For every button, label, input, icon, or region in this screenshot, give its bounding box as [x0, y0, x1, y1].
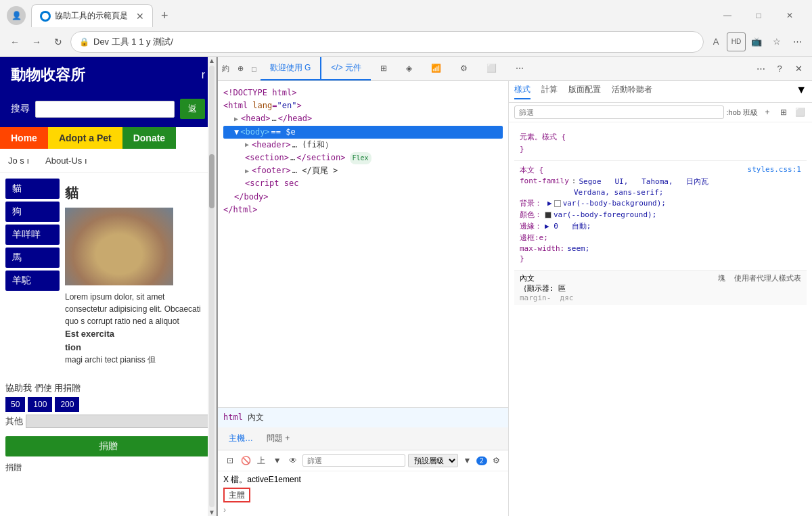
scroll-up-arrow[interactable]: ▲ — [208, 57, 215, 64]
devtools-help-button[interactable]: ? — [771, 58, 788, 80]
address-text: Dev 工具 1 1 y 測試/ — [93, 36, 695, 48]
active-element-text: X 檔。activeE1ement — [223, 474, 301, 486]
tab-performance[interactable]: ◈ — [397, 58, 422, 80]
devtools-overflow-button[interactable]: ⋯ — [752, 58, 769, 80]
html-line-body[interactable]: ▼ <body> == $e — [223, 126, 503, 139]
user-avatar[interactable]: 👤 — [7, 6, 26, 25]
new-tab-button[interactable]: + — [156, 6, 174, 26]
issues-tab[interactable]: 問題 + — [261, 430, 295, 447]
tab-welcome[interactable]: 歡迎使用 G — [261, 57, 321, 80]
jos-nav-button[interactable]: Jo s ı — [0, 151, 37, 170]
inspector-button[interactable]: ⊞ — [777, 105, 790, 119]
element-styles-section: 元素。樣式 { } — [514, 128, 807, 161]
reader-view-button[interactable]: A — [706, 32, 725, 51]
tab-favicon — [40, 11, 51, 22]
devtools-styles-area: 樣式 計算 版面配置 活動聆聽者 ▼ :hob 班級 + ⊞ ⬜ — [509, 81, 812, 516]
more-button[interactable]: ⋯ — [788, 32, 807, 51]
tab-settings-gear[interactable]: ⚙ — [451, 58, 477, 80]
website-panel: ▲ ▼ 動物收容所 r 搜尋 返 Home Adopt a Pet Donate… — [0, 57, 217, 516]
donate-50-button[interactable]: 50 — [5, 397, 25, 412]
alpaca-button[interactable]: 羊駝 — [5, 271, 60, 291]
console-filter-bar: ⊡ 🚫 上 ▼ 👁 預設層級 ▼ 2 ⚙ — [218, 450, 508, 471]
styles-panel: 元素。樣式 { } styles.css:1 本文 { font-family … — [509, 122, 812, 516]
active-element-highlight[interactable]: 主體 — [223, 488, 250, 502]
body-selector: 本文 { — [520, 166, 543, 174]
pseudo-class-button[interactable]: :hob 班級 — [727, 108, 758, 118]
maximize-button[interactable]: □ — [743, 4, 774, 27]
toggle-button[interactable]: ⬜ — [793, 105, 807, 119]
navigation-bar: ← → ↻ 🔒 Dev 工具 1 1 y 測試/ A HD 📺 ☆ ⋯ — [0, 27, 812, 57]
horse-button[interactable]: 馬 — [5, 248, 60, 268]
lock-icon: 🔒 — [79, 37, 89, 47]
sheep-button[interactable]: 羊咩咩 — [5, 225, 60, 245]
home-nav-button[interactable]: Home — [0, 127, 48, 149]
devtools-copy-btn[interactable]: ⊕ — [233, 64, 248, 73]
body-close: } — [520, 254, 801, 263]
add-style-button[interactable]: + — [761, 105, 774, 119]
scroll-bar[interactable]: ▲ ▼ — [208, 57, 216, 516]
minimize-button[interactable]: — — [712, 4, 743, 27]
donate-nav-button[interactable]: Donate — [122, 127, 176, 149]
log-level-select[interactable]: 預設層級 — [408, 454, 458, 467]
scroll-down-arrow[interactable]: ▼ — [208, 509, 215, 516]
cast-button[interactable]: 📺 — [747, 32, 766, 51]
active-tab[interactable]: 協助工具的示範頁是 ✕ — [31, 4, 153, 27]
html-line-doctype: <!DOCTYPE html> — [223, 87, 503, 99]
console-block-btn[interactable]: ⊡ — [223, 453, 236, 468]
tab-event-listeners[interactable]: 活動聆聽者 — [612, 84, 652, 99]
ua-styles-section: 內文 塊 使用者代理人樣式表 ｛顯示器: 區 margin- дяс — [514, 271, 807, 305]
tab-elements[interactable]: </> 元件 — [320, 57, 371, 80]
tab-styles[interactable]: 樣式 — [514, 84, 531, 99]
search-button[interactable]: 返 — [180, 99, 205, 119]
tab-layout[interactable]: 版面配置 — [568, 84, 601, 99]
nav-actions: A HD 📺 ☆ ⋯ — [706, 32, 807, 51]
styles-source-link[interactable]: styles.css:1 — [748, 165, 801, 174]
console-down-btn[interactable]: ▼ — [271, 453, 284, 468]
tab-window[interactable]: ⬜ — [477, 58, 506, 80]
animal-list: 貓 狗 羊咩咩 馬 羊駝 — [5, 179, 60, 371]
devtools-dock-btn[interactable]: □ — [248, 65, 261, 73]
tab-computed[interactable]: 計算 — [541, 84, 558, 99]
scroll-handle[interactable] — [209, 154, 215, 208]
hd-button[interactable]: HD — [727, 32, 746, 51]
console-level-down[interactable]: ▼ — [461, 453, 474, 468]
tab-network[interactable]: ⊞ — [371, 58, 397, 80]
ua-title: 內文 — [520, 273, 535, 283]
donate-other-input[interactable] — [26, 415, 210, 428]
cat-button[interactable]: 貓 — [5, 179, 60, 199]
close-button[interactable]: ✕ — [774, 4, 805, 27]
adopt-nav-button[interactable]: Adopt a Pet — [48, 127, 122, 149]
tab-close-button[interactable]: ✕ — [136, 11, 144, 22]
flex-badge: Flex — [350, 152, 371, 164]
refresh-button[interactable]: ↻ — [49, 32, 68, 51]
styles-filter-input[interactable] — [514, 105, 724, 119]
scroll-track[interactable] — [209, 66, 215, 507]
devtools-close-button[interactable]: ✕ — [790, 58, 807, 80]
search-input[interactable] — [35, 101, 175, 118]
favorites-button[interactable]: ☆ — [767, 32, 786, 51]
console-no-btn[interactable]: 🚫 — [239, 453, 252, 468]
expand-icon-margin: ▶ — [545, 222, 549, 231]
ua-header: 內文 塊 使用者代理人樣式表 — [520, 273, 801, 283]
back-button[interactable]: ← — [5, 32, 24, 51]
tab-add[interactable]: ⋯ — [506, 58, 533, 80]
window-controls: — □ ✕ — [712, 4, 805, 27]
console-filter-input[interactable] — [302, 454, 405, 467]
donate-100-button[interactable]: 100 — [28, 397, 52, 412]
address-bar[interactable]: 🔒 Dev 工具 1 1 y 測試/ — [70, 31, 704, 53]
donate-submit-button[interactable]: 捐贈 — [5, 436, 210, 456]
tab-wifi[interactable]: 📶 — [422, 58, 451, 80]
console-up-btn[interactable]: 上 — [255, 453, 268, 468]
about-us-nav-button[interactable]: About-Us ı — [37, 151, 95, 170]
devtools-about-btn[interactable]: 約 — [218, 64, 233, 74]
console-eye-btn[interactable]: 👁 — [286, 453, 299, 468]
foreground-color-swatch[interactable] — [545, 212, 551, 218]
host-tab[interactable]: 主機… — [223, 430, 258, 447]
dog-button[interactable]: 狗 — [5, 202, 60, 222]
forward-button[interactable]: → — [27, 32, 46, 51]
console-settings-button[interactable]: ⚙ — [490, 453, 503, 468]
devtools-panel: 約 ⊕ □ 歡迎使用 G </> 元件 ⊞ ◈ 📶 ⚙ ⬜ ⋯ ⋯ ? ✕ — [217, 57, 812, 516]
background-color-swatch[interactable] — [554, 200, 561, 207]
html-line-header: ▶ <header> … (fi和） — [223, 139, 503, 151]
donate-200-button[interactable]: 200 — [55, 397, 79, 412]
